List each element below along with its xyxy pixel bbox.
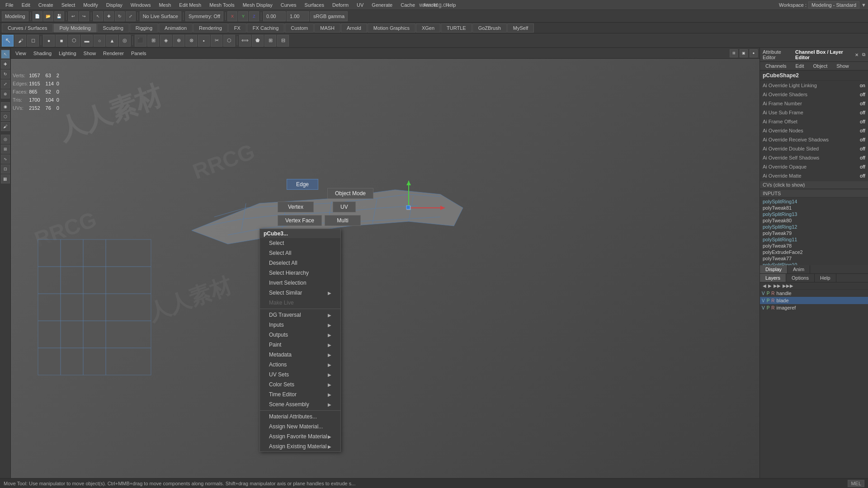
snap-point[interactable]: ⊡	[1, 164, 10, 174]
object-tab[interactable]: Object	[809, 63, 831, 69]
display-tab[interactable]: Display	[760, 265, 788, 273]
object-mode-btn[interactable]: Object Mode	[327, 188, 373, 199]
tab-mash[interactable]: MASH	[314, 23, 340, 33]
edit-tab[interactable]: Edit	[792, 63, 807, 69]
anim-tab[interactable]: Anim	[788, 265, 810, 273]
bridge-btn[interactable]: ⊞	[147, 35, 159, 47]
input-8[interactable]: polyTweak78	[763, 243, 865, 249]
new-file-btn[interactable]: 📄	[33, 11, 42, 21]
ctx-material-attrs[interactable]: Material Attributes...	[260, 412, 340, 422]
surface-display[interactable]: No Live Surface	[140, 11, 181, 21]
attr-ai-receive-shadows[interactable]: Ai Override Receive Shadows off	[760, 135, 868, 144]
tab-arnold[interactable]: Arnold	[341, 23, 367, 33]
ctx-invert-selection[interactable]: Invert Selection	[260, 278, 340, 288]
menu-select[interactable]: Select	[58, 1, 79, 9]
paint-select-btn[interactable]: 🖌	[14, 35, 26, 47]
mode-selector[interactable]: Modeling	[2, 11, 28, 21]
menu-generate[interactable]: Generate	[368, 1, 396, 9]
attr-ai-double-sided[interactable]: Ai Override Double Sided off	[760, 144, 868, 153]
viewport-smooth-btn[interactable]: ●	[750, 49, 758, 57]
workspace-selector[interactable]: Modeling - Standard	[808, 1, 859, 9]
menu-display[interactable]: Display	[103, 1, 126, 9]
tab-motion-graphics[interactable]: Motion Graphics	[368, 23, 415, 33]
tab-xgen[interactable]: XGen	[416, 23, 440, 33]
menu-modify[interactable]: Modify	[80, 1, 101, 9]
fill-btn[interactable]: ▪	[198, 35, 210, 47]
attr-ai-self-shadows[interactable]: Ai Override Self Shadows off	[760, 153, 868, 162]
ctx-time-editor[interactable]: Time Editor ▶	[260, 389, 340, 399]
input-10[interactable]: polyTweak77	[763, 255, 865, 262]
tab-curves-surfaces[interactable]: Curves / Surfaces	[2, 23, 53, 33]
input-7[interactable]: polySplitRing11	[763, 236, 865, 243]
menu-mesh-display[interactable]: Mesh Display	[239, 1, 276, 9]
redo-btn[interactable]: ↪	[79, 11, 89, 21]
val2-input[interactable]: 1.00	[287, 11, 309, 21]
torus-btn[interactable]: ○	[94, 35, 105, 47]
axis-x[interactable]: X	[227, 11, 237, 21]
layer-imageref[interactable]: V P R imageref	[760, 304, 868, 311]
menu-deform[interactable]: Deform	[329, 1, 352, 9]
show-manip[interactable]: ◎	[1, 135, 10, 144]
layers-tab[interactable]: Layers	[760, 274, 786, 282]
open-file-btn[interactable]: 📂	[43, 11, 53, 21]
menu-file[interactable]: File	[2, 1, 17, 9]
input-3[interactable]: polySplitRing13	[763, 211, 865, 217]
ctx-select-similar[interactable]: Select Similar ▶	[260, 288, 340, 298]
channels-tab[interactable]: Channels	[762, 63, 790, 69]
input-5[interactable]: polySplitRing12	[763, 224, 865, 230]
ctx-uv-sets[interactable]: UV Sets ▶	[260, 370, 340, 380]
layer-blade[interactable]: V P R blade	[760, 297, 868, 304]
cube-btn[interactable]: ■	[56, 35, 67, 47]
bevel-btn[interactable]: ◈	[160, 35, 172, 47]
attr-ai-use-sub-frame[interactable]: Ai Use Sub Frame off	[760, 108, 868, 117]
select-tool[interactable]: ↖	[1, 50, 10, 59]
attr-ai-override-shaders[interactable]: Ai Override Shaders off	[760, 90, 868, 99]
separate-btn[interactable]: ⊟	[277, 35, 289, 47]
viewport-shading-menu[interactable]: Shading	[31, 51, 54, 56]
layer-add-btn[interactable]: ▶▶	[774, 283, 781, 288]
select-mode-btn[interactable]: ↖	[2, 35, 14, 47]
attr-editor-tab[interactable]: Attribute Editor	[763, 49, 792, 60]
ctx-deselect-all[interactable]: Deselect All	[260, 258, 340, 268]
ctx-dg-traversal[interactable]: DG Traversal ▶	[260, 310, 340, 320]
menu-uv[interactable]: UV	[353, 1, 367, 9]
scale-tool[interactable]: ⤢	[1, 80, 10, 89]
viewport-panels-menu[interactable]: Panels	[128, 51, 149, 56]
multi-cut-btn[interactable]: ✂	[211, 35, 222, 47]
undo-btn[interactable]: ↩	[68, 11, 78, 21]
ctx-assign-existing-material[interactable]: Assign Existing Material ▶	[260, 441, 340, 451]
disk-btn[interactable]: ◎	[119, 35, 131, 47]
tab-rigging[interactable]: Rigging	[130, 23, 158, 33]
tab-fx-caching[interactable]: FX Caching	[247, 23, 284, 33]
show-tab[interactable]: Show	[833, 63, 853, 69]
viewport-renderer-menu[interactable]: Renderer	[100, 51, 127, 56]
ctx-select-hierarchy[interactable]: Select Hierarchy	[260, 268, 340, 278]
attr-ai-override-nodes[interactable]: Ai Override Nodes off	[760, 126, 868, 135]
viewport-lighting-menu[interactable]: Lighting	[56, 51, 79, 56]
attr-ai-opaque[interactable]: Ai Override Opaque off	[760, 162, 868, 171]
ctx-actions[interactable]: Actions ▶	[260, 360, 340, 370]
edge-mode-btn[interactable]: Edge	[287, 179, 318, 190]
viewport-wire-btn[interactable]: ▣	[740, 49, 748, 57]
connect-btn[interactable]: ⬡	[223, 35, 235, 47]
val1-input[interactable]: 0.00	[263, 11, 286, 21]
vertex-face-mode-btn[interactable]: Vertex Face	[278, 215, 322, 226]
layer-next-btn[interactable]: ▶	[768, 283, 772, 288]
tab-custom[interactable]: Custom	[285, 23, 314, 33]
viewport-show-menu[interactable]: Show	[81, 51, 99, 56]
plane-btn[interactable]: ▬	[81, 35, 93, 47]
tab-animation[interactable]: Animation	[159, 23, 193, 33]
input-2[interactable]: polyTweak81	[763, 205, 865, 211]
ctx-select[interactable]: Select	[260, 238, 340, 248]
symmetry-display[interactable]: Symmetry: Off	[185, 11, 223, 21]
vertex-mode-btn[interactable]: Vertex	[278, 202, 314, 212]
gamma-select[interactable]: sRGB gamma	[310, 11, 348, 21]
tab-turtle[interactable]: TURTLE	[441, 23, 472, 33]
ctx-paint[interactable]: Paint ▶	[260, 340, 340, 350]
input-4[interactable]: polyTweak80	[763, 217, 865, 224]
ctx-inputs[interactable]: Inputs ▶	[260, 320, 340, 330]
combine-btn[interactable]: ⊞	[264, 35, 276, 47]
input-11[interactable]: polySplitRing10	[763, 262, 865, 265]
split-btn[interactable]: ⊗	[185, 35, 197, 47]
menu-surfaces[interactable]: Surfaces	[301, 1, 328, 9]
